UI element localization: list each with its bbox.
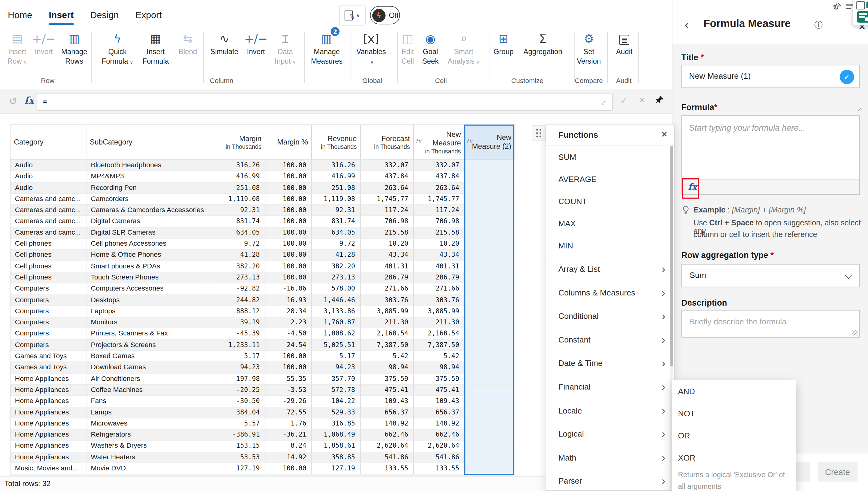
table-cell[interactable]: Digital SLR Cameras (86, 228, 208, 239)
table-cell[interactable]: Movie DVD (86, 463, 208, 475)
table-cell[interactable]: Microwaves (86, 418, 208, 430)
table-cell[interactable]: 215.58 (361, 228, 414, 239)
table-cell[interactable]: 100.00 (265, 362, 312, 374)
table-cell[interactable]: -36.21 (265, 430, 312, 441)
focus-mode-icon[interactable] (856, 1, 865, 9)
column-header[interactable]: fxNew Measure (2) (465, 125, 514, 160)
table-cell[interactable] (465, 351, 514, 362)
table-cell[interactable]: Recording Pen (86, 182, 208, 194)
table-cell[interactable]: 706.98 (361, 216, 414, 228)
table-cell[interactable]: Home Appliances (10, 407, 86, 418)
table-cell[interactable]: 1,858.61 (312, 441, 361, 452)
table-cell[interactable]: Games and Toys (10, 362, 86, 374)
table-cell[interactable]: 3,885.99 (361, 306, 414, 317)
table-cell[interactable]: 316.26 (208, 160, 265, 171)
table-cell[interactable]: 43.34 (414, 250, 465, 261)
table-cell[interactable]: -16.06 (265, 284, 312, 295)
table-cell[interactable]: 316.26 (312, 160, 361, 171)
table-cell[interactable]: 1,745.77 (361, 194, 414, 205)
ribbon-button-insert-formula[interactable]: ▦InsertFormula (140, 30, 172, 86)
table-cell[interactable]: Computers (10, 317, 86, 329)
table-cell[interactable]: Computers (10, 340, 86, 351)
table-cell[interactable]: 416.99 (312, 171, 361, 183)
column-header[interactable]: Margin % (265, 125, 312, 160)
table-cell[interactable]: 5.17 (208, 351, 265, 362)
table-cell[interactable]: 16.93 (265, 295, 312, 306)
table-row[interactable]: Home AppliancesAir Conditioners197.9855.… (10, 374, 514, 385)
function-category-parser[interactable]: Parser› (546, 469, 674, 491)
ribbon-button-quick-formula[interactable]: ϟQuickFormula∨ (100, 30, 135, 86)
table-cell[interactable]: 263.64 (414, 182, 465, 194)
table-cell[interactable]: Cell phones (10, 238, 86, 250)
table-cell[interactable]: Desktops (86, 295, 208, 306)
tab-design[interactable]: Design (90, 10, 118, 24)
table-cell[interactable]: 24.54 (265, 340, 312, 351)
functions-close-icon[interactable]: × (661, 128, 668, 141)
table-cell[interactable] (465, 452, 514, 463)
table-cell[interactable]: 401.31 (414, 261, 465, 272)
table-row[interactable]: ComputersProjectors & Screens1,233.1124.… (10, 340, 514, 351)
logical-function-and[interactable]: AND (672, 380, 796, 402)
table-cell[interactable]: 100.00 (265, 182, 312, 194)
table-cell[interactable] (465, 194, 514, 205)
table-cell[interactable]: 303.76 (361, 295, 414, 306)
table-cell[interactable]: 100.00 (265, 171, 312, 183)
table-cell[interactable]: 153.15 (208, 441, 265, 452)
table-cell[interactable]: 41.28 (208, 250, 265, 261)
table-cell[interactable]: 92.31 (208, 205, 265, 216)
table-cell[interactable] (465, 216, 514, 228)
table-cell[interactable] (465, 385, 514, 396)
table-cell[interactable]: Lamps (86, 407, 208, 418)
table-row[interactable]: Cell phonesCell phones Accessories9.7210… (10, 238, 514, 250)
table-cell[interactable]: 1,446.46 (312, 295, 361, 306)
table-cell[interactable]: Cell phones Accessories (86, 238, 208, 250)
table-cell[interactable]: -45.39 (208, 328, 265, 340)
table-cell[interactable]: 1,008.62 (312, 328, 361, 340)
table-cell[interactable]: Music, Movies and... (10, 463, 86, 475)
table-cell[interactable]: 273.13 (208, 272, 265, 284)
table-cell[interactable]: Download Games (86, 362, 208, 374)
table-cell[interactable]: 8.24 (265, 441, 312, 452)
table-cell[interactable]: Games and Toys (10, 351, 86, 362)
table-cell[interactable] (465, 228, 514, 239)
logical-function-xor[interactable]: XOR (672, 447, 796, 469)
table-cell[interactable]: Computers (10, 295, 86, 306)
table-cell[interactable]: 541.86 (361, 452, 414, 463)
table-cell[interactable]: 5.17 (312, 351, 361, 362)
table-cell[interactable]: Cameras and camc... (10, 194, 86, 205)
table-cell[interactable] (465, 328, 514, 340)
table-cell[interactable]: MP4&MP3 (86, 171, 208, 183)
drag-handle[interactable] (532, 125, 546, 141)
table-row[interactable]: Home AppliancesCoffee Machines-20.25-3.5… (10, 385, 514, 396)
table-cell[interactable]: Camcorders (86, 194, 208, 205)
table-row[interactable]: Home AppliancesWater Heaters53.5314.9235… (10, 452, 514, 463)
table-row[interactable]: Games and ToysBoxed Games5.17100.005.175… (10, 351, 514, 362)
table-cell[interactable]: -386.91 (208, 430, 265, 441)
table-row[interactable]: ComputersMonitors39.192.231,760.87211.30… (10, 317, 514, 329)
function-category-date-time[interactable]: Date & Time› (546, 352, 674, 375)
function-category-constant[interactable]: Constant› (546, 328, 674, 352)
table-cell[interactable] (465, 362, 514, 374)
column-header[interactable]: Marginin Thousands (208, 125, 265, 160)
table-row[interactable]: Cameras and camc...Camcorders1,119.08100… (10, 194, 514, 205)
table-row[interactable]: Music, Movies and...Movie DVD127.19100.0… (10, 463, 514, 475)
table-cell[interactable]: 2,168.54 (361, 328, 414, 340)
undo-icon[interactable]: ↺ (9, 95, 17, 108)
table-cell[interactable]: 251.08 (208, 182, 265, 194)
table-row[interactable]: Cameras and camc...Cameras & Camcorders … (10, 205, 514, 216)
table-cell[interactable]: 98.94 (361, 362, 414, 374)
table-row[interactable]: AudioBluetooth Headphones316.26100.00316… (10, 160, 514, 171)
table-cell[interactable]: Cameras and camc... (10, 228, 86, 239)
table-cell[interactable]: 332.07 (361, 160, 414, 171)
table-cell[interactable]: 271.66 (361, 284, 414, 295)
table-cell[interactable]: 55.35 (265, 374, 312, 385)
table-cell[interactable]: 656.37 (414, 407, 465, 418)
function-item-min[interactable]: MIN (546, 235, 674, 257)
tab-home[interactable]: Home (8, 10, 32, 24)
table-cell[interactable]: 401.31 (361, 261, 414, 272)
pin-outline-icon[interactable] (833, 2, 841, 10)
table-cell[interactable]: Refrigerators (86, 430, 208, 441)
lightning-off-toggle[interactable]: ϟ Off (370, 6, 400, 24)
table-cell[interactable]: 437.84 (361, 171, 414, 183)
table-cell[interactable]: 251.08 (312, 182, 361, 194)
